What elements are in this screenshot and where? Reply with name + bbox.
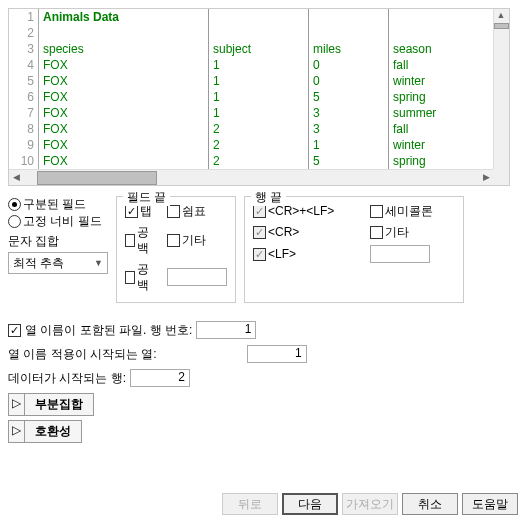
spaces-check[interactable] (125, 271, 135, 284)
data-start-label: 데이터가 시작되는 행: (8, 370, 126, 387)
line-eol-group: 행 끝 <CR>+<LF> 세미콜론 <CR> 기타 <LF> (244, 196, 464, 303)
col-start-input[interactable]: 1 (247, 345, 307, 363)
horizontal-scrollbar[interactable]: ◀ ▶ (9, 169, 493, 185)
lf-check[interactable] (253, 248, 266, 261)
triangle-right-icon: ▷ (9, 421, 25, 442)
vertical-scrollbar[interactable]: ▲ (493, 9, 509, 169)
crlf-check[interactable] (253, 205, 266, 218)
charset-label: 문자 집합 (8, 233, 108, 250)
preview-col-4: seasonfall winterspring summerfall winte… (389, 9, 509, 169)
triangle-right-icon: ▷ (9, 394, 25, 415)
scroll-up-icon[interactable]: ▲ (494, 9, 508, 23)
preview-col-2: subject1 11 12 22 (209, 9, 309, 169)
help-button[interactable]: 도움말 (462, 493, 518, 515)
has-header-check[interactable] (8, 324, 21, 337)
preview-col-3: miles0 05 33 15 (309, 9, 389, 169)
hscroll-thumb[interactable] (37, 171, 157, 185)
field-other-check[interactable] (167, 234, 180, 247)
field-other-input[interactable] (167, 268, 227, 286)
cancel-button[interactable]: 취소 (402, 493, 458, 515)
field-eol-group: 필드 끝 탭 쉼표 공백 기타 공백 (116, 196, 236, 303)
scroll-left-icon[interactable]: ◀ (9, 171, 23, 185)
comma-check[interactable] (167, 205, 180, 218)
next-button[interactable]: 다음 (282, 493, 338, 515)
subset-expander[interactable]: ▷ 부분집합 (8, 393, 94, 416)
delimited-fields-label: 구분된 필드 (23, 196, 86, 212)
scroll-right-icon[interactable]: ▶ (479, 171, 493, 185)
cr-check[interactable] (253, 226, 266, 239)
preview-col-1: Animals Data speciesFOX FOXFOX FOXFOX FO… (39, 9, 209, 169)
semicolon-check[interactable] (370, 205, 383, 218)
charset-value: 최적 추측 (13, 255, 64, 272)
vscroll-thumb[interactable] (494, 23, 509, 29)
col-start-label: 열 이름 적용이 시작되는 열: (8, 346, 157, 363)
chevron-down-icon: ▼ (94, 258, 103, 268)
back-button[interactable]: 뒤로 (222, 493, 278, 515)
line-other-input[interactable] (370, 245, 430, 263)
import-button[interactable]: 가져오기 (342, 493, 398, 515)
header-row-input[interactable]: 1 (196, 321, 256, 339)
line-number-gutter: 12 34 56 78 910 (9, 9, 39, 169)
has-header-label: 열 이름이 포함된 파일. 행 번호: (25, 322, 192, 339)
data-preview: 12 34 56 78 910 Animals Data speciesFOX … (8, 8, 510, 186)
field-eol-title: 필드 끝 (123, 189, 170, 206)
charset-combo[interactable]: 최적 추측 ▼ (8, 252, 108, 274)
delimited-fields-radio[interactable] (8, 198, 21, 211)
tab-check[interactable] (125, 205, 138, 218)
line-eol-title: 행 끝 (251, 189, 286, 206)
fixed-width-label: 고정 너비 필드 (23, 213, 102, 229)
compat-expander[interactable]: ▷ 호환성 (8, 420, 82, 443)
line-other-check[interactable] (370, 226, 383, 239)
fixed-width-radio[interactable] (8, 215, 21, 228)
space-check[interactable] (125, 234, 135, 247)
data-start-input[interactable]: 2 (130, 369, 190, 387)
